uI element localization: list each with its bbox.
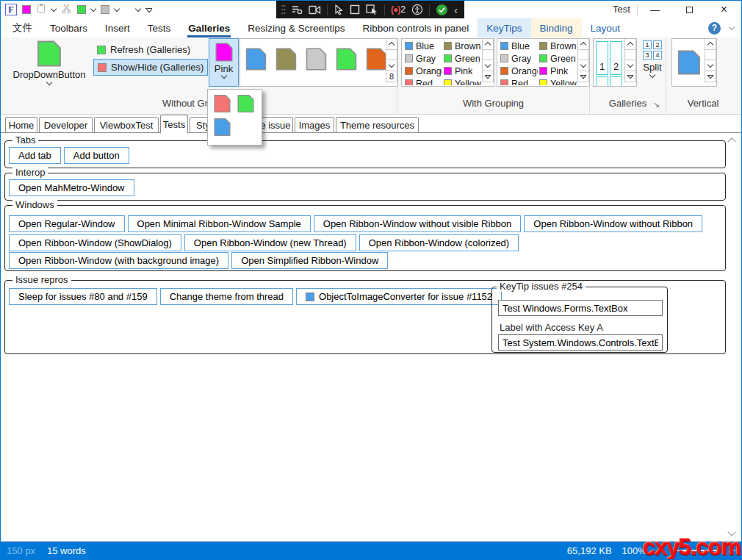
show-hide-galleries-button[interactable]: Show/Hide (Galleries) bbox=[93, 59, 208, 76]
gallery-scroll-down-button[interactable] bbox=[386, 60, 397, 71]
open-ribbon-window-showdialog-button[interactable]: Open Ribbon-Window (ShowDialog) bbox=[9, 234, 181, 251]
sleep-issues-button[interactable]: Sleep for issues #80 and #159 bbox=[9, 288, 157, 305]
record-indicator-icon[interactable]: (●)2 bbox=[391, 4, 406, 15]
popup-item-red[interactable] bbox=[213, 94, 231, 113]
gallery-scroll-down-button[interactable] bbox=[577, 60, 589, 71]
open-ribbon-window-without-ribbon-button[interactable]: Open Ribbon-Window without Ribbon bbox=[524, 215, 702, 232]
ribbon-tab-panel-controls[interactable]: Ribbon controls in panel bbox=[353, 18, 478, 37]
color-item[interactable]: Brown bbox=[442, 40, 481, 52]
color-item[interactable]: Pink bbox=[538, 65, 577, 77]
gallery-expand-button[interactable] bbox=[577, 71, 589, 82]
region-icon[interactable] bbox=[350, 4, 360, 15]
color-item[interactable]: Orange bbox=[403, 65, 442, 77]
gallery-scroll-thumb[interactable] bbox=[705, 49, 716, 60]
dialog-launcher-icon[interactable]: ↘ bbox=[653, 101, 660, 109]
color-item[interactable]: Blue bbox=[403, 40, 442, 52]
color-item[interactable]: Gray bbox=[403, 52, 442, 65]
gallery-scroll-thumb[interactable] bbox=[386, 49, 397, 60]
gray-swatch-icon[interactable] bbox=[101, 5, 109, 14]
gallery-scroll-up-button[interactable] bbox=[624, 38, 636, 50]
chevron-down-icon[interactable] bbox=[51, 5, 57, 11]
gallery-item-orange[interactable] bbox=[365, 47, 388, 71]
gallery-scroll-down-button[interactable] bbox=[482, 60, 494, 71]
help-icon[interactable]: ? bbox=[708, 22, 721, 35]
dropdown-button[interactable]: DropDownButton bbox=[8, 40, 90, 105]
tab-home[interactable]: Home bbox=[5, 117, 37, 133]
gallery-scroll-down-button[interactable] bbox=[705, 60, 716, 71]
chevron-down-icon[interactable] bbox=[114, 5, 120, 11]
gallery-item-partial[interactable] bbox=[610, 76, 622, 87]
color-item[interactable]: Pink bbox=[442, 65, 481, 77]
add-button-button[interactable]: Add button bbox=[64, 147, 129, 164]
ribbon-tab-insert[interactable]: Insert bbox=[96, 18, 139, 37]
add-tab-button[interactable]: Add tab bbox=[9, 147, 61, 164]
capture-settings-icon[interactable] bbox=[292, 4, 303, 15]
pink-swatch-icon[interactable] bbox=[22, 5, 31, 14]
cut-icon[interactable] bbox=[61, 3, 72, 16]
refresh-galleries-button[interactable]: Refresh (Galleries) bbox=[93, 41, 194, 58]
tab-images[interactable]: Images bbox=[295, 117, 334, 133]
gallery-scroll-thumb[interactable] bbox=[624, 49, 636, 60]
color-item[interactable]: Brown bbox=[538, 40, 577, 52]
popup-item-blue[interactable] bbox=[213, 118, 231, 137]
open-simplified-ribbon-window-button[interactable]: Open Simplified Ribbon-Window bbox=[231, 252, 388, 269]
open-mahmetro-window-button[interactable]: Open MahMetro-Window bbox=[9, 179, 134, 196]
tab-viewboxtest[interactable]: ViewboxTest bbox=[94, 117, 159, 133]
open-ribbon-window-background-image-button[interactable]: Open Ribbon-Window (with background imag… bbox=[9, 252, 228, 269]
accessibility-icon[interactable] bbox=[411, 4, 423, 15]
ribbon-tab-binding[interactable]: Binding bbox=[531, 18, 582, 37]
close-button[interactable]: × bbox=[707, 1, 741, 18]
gallery-scroll-up-button[interactable] bbox=[482, 38, 494, 50]
change-theme-thread-button[interactable]: Change theme from thread bbox=[160, 288, 293, 305]
gallery-scroll-thumb[interactable] bbox=[482, 49, 494, 60]
app-icon[interactable]: F bbox=[5, 4, 17, 15]
drag-grip-icon[interactable] bbox=[281, 4, 286, 15]
camera-icon[interactable] bbox=[309, 5, 321, 15]
gallery-expand-button[interactable] bbox=[624, 71, 636, 82]
gallery-scroll-up-button[interactable] bbox=[577, 38, 589, 50]
tab-developer[interactable]: Developer bbox=[39, 117, 93, 133]
qat-more-icon[interactable] bbox=[145, 8, 152, 12]
scroll-up-icon[interactable] bbox=[727, 137, 735, 146]
color-item[interactable]: Blue bbox=[499, 40, 538, 52]
ribbon-tab-file[interactable]: 文件 bbox=[4, 18, 41, 37]
winforms-textbox[interactable] bbox=[498, 300, 663, 316]
color-item[interactable]: Red bbox=[499, 77, 538, 85]
ribbon-tab-galleries[interactable]: Galleries bbox=[179, 18, 239, 37]
gallery-expand-button[interactable] bbox=[705, 71, 716, 82]
cursor-icon[interactable] bbox=[334, 4, 344, 15]
gallery-expand-button[interactable] bbox=[482, 71, 494, 82]
gallery-item-olive[interactable] bbox=[275, 47, 298, 71]
gallery-scroll-thumb[interactable] bbox=[577, 49, 589, 60]
color-item[interactable]: Yellow bbox=[442, 77, 481, 85]
open-regular-window-button[interactable]: Open Regular-Window bbox=[9, 215, 125, 232]
ribbon-tab-keytips[interactable]: KeyTips bbox=[478, 18, 530, 37]
gallery-scroll-up-button[interactable] bbox=[705, 38, 716, 50]
color-item[interactable]: Green bbox=[538, 52, 577, 65]
collapse-chevron-icon[interactable]: ‹ bbox=[454, 4, 458, 15]
gallery-item-2[interactable]: 2 bbox=[610, 41, 622, 75]
ribbon-tab-layout[interactable]: Layout bbox=[582, 18, 630, 37]
minimize-ribbon-chevron-icon[interactable] bbox=[729, 24, 735, 29]
maximize-button[interactable] bbox=[672, 1, 707, 18]
gallery-badge[interactable]: 8 bbox=[386, 71, 397, 82]
open-ribbon-window-no-visible-ribbon-button[interactable]: Open Ribbon-Window without visible Ribbo… bbox=[314, 215, 522, 232]
gallery-scroll-up-button[interactable] bbox=[386, 38, 397, 50]
tab-theme-resources[interactable]: Theme resources bbox=[336, 117, 419, 133]
color-item[interactable]: Gray bbox=[499, 52, 538, 65]
gallery-item-1[interactable]: 1 bbox=[596, 41, 608, 75]
color-item[interactable]: Orange bbox=[499, 65, 538, 77]
pink-dropdown-button[interactable]: Pink bbox=[209, 38, 239, 87]
chevron-down-icon[interactable] bbox=[90, 5, 96, 11]
open-ribbon-window-new-thread-button[interactable]: Open Ribbon-Window (new Thread) bbox=[184, 234, 356, 251]
gallery-item-green[interactable] bbox=[335, 47, 358, 71]
paste-icon[interactable] bbox=[36, 3, 46, 16]
blue-document-icon[interactable] bbox=[677, 50, 702, 75]
split-button[interactable]: 1 2 3 4 Split bbox=[640, 40, 665, 87]
tab-tests[interactable]: Tests bbox=[160, 115, 188, 134]
open-minimal-ribbon-window-button[interactable]: Open Minimal Ribbon-Window Sample bbox=[128, 215, 311, 232]
ribbon-tab-resizing[interactable]: Resizing & Screentips bbox=[239, 18, 353, 37]
gallery-item-blue[interactable] bbox=[245, 47, 267, 71]
color-item[interactable]: Yellow bbox=[538, 77, 577, 85]
color-item[interactable]: Green bbox=[442, 52, 481, 65]
